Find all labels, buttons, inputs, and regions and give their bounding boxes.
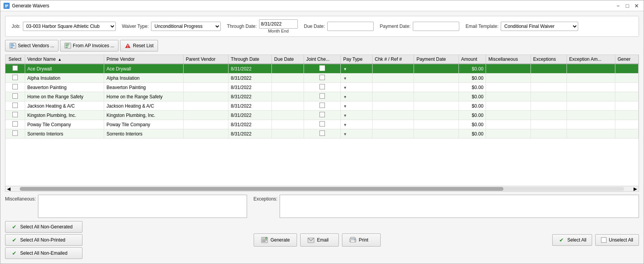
payment-date-input[interactable]	[413, 22, 459, 31]
table-row[interactable]: Poway Tile Company Poway Tile Company 8/…	[5, 120, 639, 129]
email-template-label: Email Template:	[465, 24, 498, 29]
table-row[interactable]: Alpha Insulation Alpha Insulation 8/31/2…	[5, 74, 639, 83]
pay-type-dropdown[interactable]: ▼	[343, 123, 347, 127]
from-ap-invoices-button[interactable]: From AP Invoices ...	[60, 40, 118, 51]
close-button[interactable]: ✕	[633, 2, 641, 10]
svg-rect-18	[262, 241, 266, 242]
print-button[interactable]: Print	[342, 233, 381, 247]
cell-pay-type[interactable]: ▼	[341, 120, 372, 129]
pay-type-dropdown[interactable]: ▼	[343, 67, 347, 71]
cell-pay-type[interactable]: ▼	[341, 111, 372, 120]
table-row[interactable]: Ace Drywall Ace Drywall 8/31/2022 ▼ $0.0…	[5, 64, 639, 74]
row-checkbox[interactable]	[12, 93, 18, 99]
table-row[interactable]: Jackson Heating & A/C Jackson Heating & …	[5, 101, 639, 111]
pay-type-dropdown[interactable]: ▼	[343, 132, 347, 136]
cell-pay-type[interactable]: ▼	[341, 83, 372, 92]
through-date-group: Through Date: Month End	[227, 19, 298, 33]
cell-parent-vendor	[183, 120, 228, 129]
scrollbar-thumb[interactable]	[20, 187, 503, 191]
waiver-type-select[interactable]: Unconditional Progress	[151, 22, 221, 31]
select-vendors-button[interactable]: Select Vendors ...	[5, 40, 58, 51]
table-row[interactable]: Sorrento Interiors Sorrento Interiors 8/…	[5, 129, 639, 139]
cell-exceptions	[531, 129, 567, 139]
joint-check-checkbox[interactable]	[319, 112, 325, 117]
cell-joint-check[interactable]	[304, 111, 341, 120]
col-vendor-name[interactable]: Vendor Name ▲	[25, 55, 104, 64]
table-header-row: Select Vendor Name ▲ Prime Vendor Parent…	[5, 55, 639, 64]
cell-pay-type[interactable]: ▼	[341, 129, 372, 139]
cell-select[interactable]	[5, 129, 25, 139]
job-select[interactable]: 03-003 Harbor Square Athletic Club	[23, 22, 116, 31]
cell-prime-vendor: Beaverton Painting	[104, 83, 184, 92]
cell-joint-check[interactable]	[304, 129, 341, 139]
reset-list-button[interactable]: Reset List	[120, 40, 158, 51]
cell-pay-type[interactable]: ▼	[341, 92, 372, 101]
row-checkbox[interactable]	[12, 103, 18, 108]
cell-select[interactable]	[5, 101, 25, 111]
table-scroll[interactable]: Select Vendor Name ▲ Prime Vendor Parent…	[5, 55, 639, 186]
cell-select[interactable]	[5, 64, 25, 74]
cell-joint-check[interactable]	[304, 92, 341, 101]
joint-check-checkbox[interactable]	[319, 103, 325, 108]
cell-joint-check[interactable]	[304, 83, 341, 92]
cell-joint-check[interactable]	[304, 74, 341, 83]
svg-rect-5	[10, 44, 14, 45]
table-row[interactable]: Home on the Range Safety Home on the Ran…	[5, 92, 639, 101]
pay-type-dropdown[interactable]: ▼	[343, 113, 347, 118]
row-checkbox[interactable]	[12, 65, 18, 71]
row-checkbox[interactable]	[12, 121, 18, 127]
reset-list-icon	[124, 42, 131, 49]
joint-check-checkbox[interactable]	[319, 65, 325, 71]
due-date-input[interactable]	[327, 22, 374, 31]
generate-button[interactable]: Generate	[254, 233, 297, 247]
svg-rect-17	[262, 240, 267, 240]
joint-check-checkbox[interactable]	[319, 84, 325, 89]
select-all-non-emailed-button[interactable]: ✔ Select All Non-Emailed	[5, 247, 82, 259]
joint-check-checkbox[interactable]	[319, 121, 325, 127]
select-all-button[interactable]: ✔ Select All	[552, 234, 592, 246]
select-all-non-printed-button[interactable]: ✔ Select All Non-Printed	[5, 234, 82, 246]
cell-pay-type[interactable]: ▼	[341, 74, 372, 83]
table-row[interactable]: Beaverton Painting Beaverton Painting 8/…	[5, 83, 639, 92]
joint-check-checkbox[interactable]	[319, 75, 325, 80]
row-checkbox[interactable]	[12, 84, 18, 89]
window-title: Generate Waivers	[12, 3, 49, 9]
email-template-select[interactable]: Conditional Final Waiver	[501, 22, 578, 31]
unselect-all-button[interactable]: Unselect All	[595, 234, 639, 246]
cell-misc	[486, 120, 531, 129]
scroll-left-button[interactable]: ◀	[5, 186, 12, 192]
row-checkbox[interactable]	[12, 75, 18, 80]
scroll-right-button[interactable]: ▶	[632, 186, 639, 192]
pay-type-dropdown[interactable]: ▼	[343, 76, 347, 81]
through-date-input[interactable]	[259, 19, 298, 29]
exceptions-textarea[interactable]	[280, 195, 639, 218]
select-all-non-generated-button[interactable]: ✔ Select All Non-Generated	[5, 221, 82, 233]
pay-type-dropdown[interactable]: ▼	[343, 86, 347, 90]
cell-joint-check[interactable]	[304, 64, 341, 74]
table-row[interactable]: Kingston Plumbing, Inc. Kingston Plumbin…	[5, 111, 639, 120]
joint-check-checkbox[interactable]	[319, 130, 325, 136]
cell-misc	[486, 64, 531, 74]
cell-select[interactable]	[5, 92, 25, 101]
cell-pay-type[interactable]: ▼	[341, 101, 372, 111]
cell-select[interactable]	[5, 74, 25, 83]
maximize-button[interactable]: □	[623, 2, 631, 10]
cell-select[interactable]	[5, 120, 25, 129]
cell-joint-check[interactable]	[304, 101, 341, 111]
pay-type-dropdown[interactable]: ▼	[343, 95, 347, 99]
horizontal-scrollbar[interactable]: ◀ ▶	[5, 186, 639, 191]
cell-select[interactable]	[5, 111, 25, 120]
cell-chk-ref	[372, 101, 414, 111]
cell-select[interactable]	[5, 83, 25, 92]
row-checkbox[interactable]	[12, 112, 18, 117]
email-button[interactable]: Email	[300, 233, 339, 247]
minimize-button[interactable]: −	[614, 2, 622, 10]
cell-pay-type[interactable]: ▼	[341, 64, 372, 74]
cell-parent-vendor	[183, 111, 228, 120]
row-checkbox[interactable]	[12, 130, 18, 136]
joint-check-checkbox[interactable]	[319, 93, 325, 99]
pay-type-dropdown[interactable]: ▼	[343, 104, 347, 108]
cell-joint-check[interactable]	[304, 120, 341, 129]
cell-payment-date	[414, 101, 459, 111]
miscellaneous-textarea[interactable]	[38, 195, 247, 218]
